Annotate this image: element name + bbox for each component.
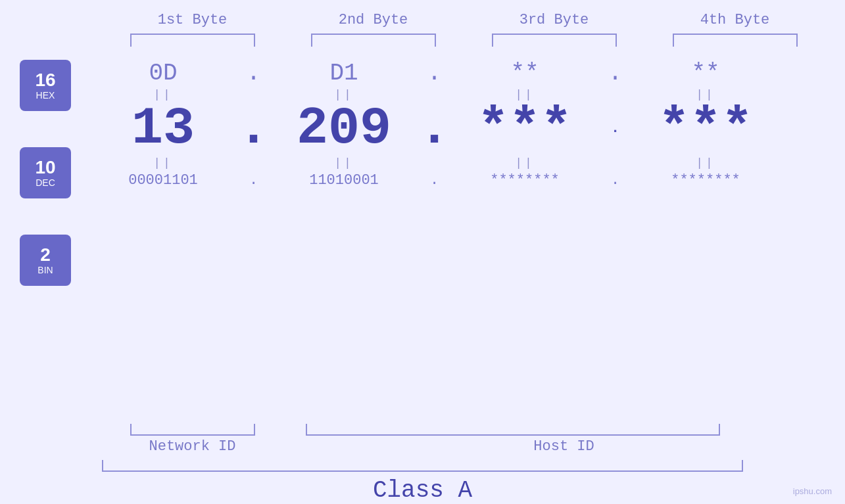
class-label: Class A	[373, 477, 472, 504]
bin-dot-2: .	[423, 172, 446, 189]
bracket-line-3	[492, 34, 617, 47]
class-row: Class A	[0, 477, 845, 504]
host-bracket-line	[306, 424, 720, 436]
dec-dot-3: .	[604, 122, 627, 136]
hex-row: 0D . D1 . ** . **	[84, 60, 845, 87]
dec-val-3: ***	[446, 103, 604, 155]
hex-dot-2: .	[423, 60, 446, 87]
badge-dec: 10 DEC	[20, 147, 71, 198]
badge-bin-label: BIN	[37, 265, 53, 275]
bin-val-3: ********	[446, 172, 604, 189]
large-bracket-container	[102, 460, 743, 472]
network-bracket-line	[130, 424, 255, 436]
id-labels-row: Network ID Host ID	[102, 436, 845, 455]
header-row: 1st Byte 2nd Byte 3rd Byte 4th Byte	[0, 12, 845, 28]
bracket-1	[102, 34, 283, 47]
sep-row-2: || || || ||	[84, 156, 845, 170]
dec-dot-1: .	[242, 103, 265, 155]
sep-2-2: ||	[265, 156, 423, 170]
badge-bin: 2 BIN	[20, 235, 71, 286]
bracket-line-4	[673, 34, 798, 47]
hex-dot-3: .	[604, 60, 627, 87]
top-bracket-row	[0, 34, 845, 47]
hex-val-2: D1	[265, 60, 423, 87]
bin-dot-1: .	[242, 172, 265, 189]
sep-2-1: ||	[84, 156, 242, 170]
large-bracket-line	[102, 460, 743, 472]
badge-dec-num: 10	[35, 158, 55, 178]
network-id-label: Network ID	[102, 438, 283, 455]
bracket-line-2	[311, 34, 436, 47]
byte-label-3: 3rd Byte	[464, 12, 644, 28]
bracket-3	[464, 34, 644, 47]
network-bracket-container	[102, 424, 283, 436]
hex-val-4: **	[627, 60, 785, 87]
bin-val-4: ********	[627, 172, 785, 189]
hex-val-1: 0D	[84, 60, 242, 87]
hex-val-3: **	[446, 60, 604, 87]
bracket-4	[644, 34, 825, 47]
badge-dec-label: DEC	[36, 177, 55, 188]
dec-row: 13 . 209 . *** . ***	[84, 103, 845, 155]
sep-2-4: ||	[627, 156, 785, 170]
bin-row: 00001101 . 11010001 . ******** .	[84, 172, 845, 189]
host-id-label: Host ID	[283, 438, 845, 455]
main-container: 1st Byte 2nd Byte 3rd Byte 4th Byte 16 H…	[0, 0, 845, 504]
badge-hex: 16 HEX	[20, 60, 71, 111]
bottom-bracket-row	[102, 424, 743, 436]
bin-val-1: 00001101	[84, 172, 242, 189]
byte-label-4: 4th Byte	[644, 12, 825, 28]
badge-hex-label: HEX	[36, 90, 55, 101]
bin-val-2: 11010001	[265, 172, 423, 189]
dec-dot-2: .	[423, 103, 446, 155]
bottom-section: Network ID Host ID	[0, 424, 845, 472]
bracket-2	[283, 34, 464, 47]
bin-dot-3: .	[604, 172, 627, 189]
dec-val-2: 209	[265, 103, 423, 155]
data-grid: 0D . D1 . ** . **	[84, 53, 845, 189]
dec-val-1: 13	[84, 103, 242, 155]
badge-bin-num: 2	[40, 245, 51, 265]
host-bracket-container	[283, 424, 743, 436]
byte-label-2: 2nd Byte	[283, 12, 464, 28]
bracket-line-1	[130, 34, 255, 47]
badge-hex-num: 16	[35, 70, 55, 91]
dec-val-4: ***	[627, 103, 785, 155]
content-area: 16 HEX 10 DEC 2 BIN 0D .	[0, 53, 845, 424]
watermark: ipshu.com	[793, 486, 832, 496]
byte-label-1: 1st Byte	[102, 12, 283, 28]
sep-2-3: ||	[446, 156, 604, 170]
badges-column: 16 HEX 10 DEC 2 BIN	[20, 60, 71, 286]
hex-dot-1: .	[242, 60, 265, 87]
